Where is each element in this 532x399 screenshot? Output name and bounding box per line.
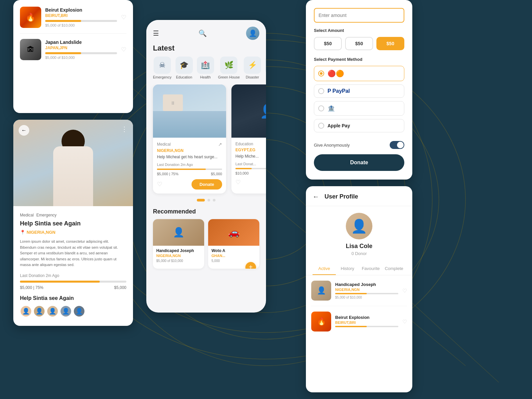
back-button-detail[interactable]: ← (19, 125, 29, 136)
page-dot-3[interactable] (213, 199, 215, 201)
amount-btn-1[interactable]: $50 (314, 37, 342, 50)
toggle-knob (397, 142, 404, 148)
donate-main-button[interactable]: Donate (314, 154, 404, 171)
detail-progress-fill (20, 281, 100, 283)
profile-campaign-beirut: 🔥 Beirut Explosion BEIRUT,BRI ♡ (311, 312, 407, 337)
profile-progress-bar-beirut (335, 326, 398, 327)
education-icon: 🎓 (176, 57, 193, 74)
emergency-icon: ☠ (154, 57, 171, 74)
category-disaster[interactable]: ⚡ Disaster (244, 57, 261, 79)
card-last-donation-education: Last Donat... (235, 162, 266, 166)
card-heart-icon-education[interactable]: ♡ (235, 179, 241, 186)
card-pagination (146, 199, 266, 201)
detail-last-donation: Last Donation 2m Ago (20, 273, 126, 278)
donor-avatar-3: 👤 (47, 305, 59, 317)
campaign-thumb-japan: 🏚 (20, 39, 41, 60)
card-amounts-medical: $5,000 | 75% $5,000 (157, 172, 222, 176)
campaign-progress-bar-beirut (45, 20, 117, 22)
tag-medical: Medical (20, 213, 34, 217)
amount-input[interactable] (314, 8, 404, 23)
card-heart-icon-medical[interactable]: ♡ (157, 181, 162, 188)
campaign-progress-fill-beirut (45, 20, 81, 22)
payment-method-paypal[interactable]: P PayPal (314, 84, 404, 98)
campaign-detail-image: ← ⋮ (13, 120, 133, 206)
profile-tab-favourite[interactable]: Favourite (359, 263, 382, 275)
detail-image-bg (13, 120, 133, 206)
amount-btn-3[interactable]: $50 (376, 37, 404, 50)
page-dot-active[interactable] (197, 199, 205, 201)
amount-btn-2[interactable]: $50 (345, 37, 373, 50)
disaster-icon: ⚡ (244, 57, 261, 74)
profile-title-beirut: Beirut Explosion (335, 315, 398, 320)
payment-panel: Select Amount $50 $50 $50 Select Payment… (306, 0, 412, 180)
share-icon[interactable]: ↗ (218, 142, 222, 147)
user-avatar[interactable]: 👤 (246, 27, 259, 40)
anonymous-toggle[interactable] (390, 141, 404, 149)
payment-method-mastercard[interactable]: 🔴🟠 (314, 66, 404, 81)
section-latest-title: Latest (146, 44, 266, 57)
radio-applepay (318, 123, 324, 129)
card-progress-fill-medical (157, 169, 206, 170)
card-type-row-edu: Education (235, 142, 266, 146)
radio-mastercard (318, 70, 324, 76)
rec-title-woto: Woto A (211, 248, 256, 253)
radio-bank (318, 105, 324, 111)
profile-info-beirut: Beirut Explosion BEIRUT,BRI (335, 315, 398, 329)
campaign-info-japan: Japan Landslide JAPAN,JPN $5,000 of $10,… (45, 40, 117, 60)
card-actions-medical: ♡ Donate (157, 179, 222, 190)
campaign-amount-japan: $5,000 of $10,000 (45, 56, 117, 60)
card-amounts-education: $10,000 25% (235, 171, 266, 175)
card-donate-button-medical[interactable]: Donate (192, 179, 222, 190)
favorite-icon-japan[interactable]: ♡ (121, 46, 126, 53)
profile-amount-joseph: $5,000 of $10,000 (335, 296, 398, 299)
landslide-icon: 🏚 (20, 39, 41, 60)
search-icon[interactable]: 🔍 (199, 29, 207, 37)
card-type-row: Medical ↗ (157, 142, 222, 147)
donor-avatar-5: 👤 (73, 305, 85, 317)
categories-scroll: ☠ Emergency 🎓 Education 🏥 Health 🌿 Green… (146, 57, 266, 84)
category-emergency[interactable]: ☠ Emergency (153, 57, 172, 79)
mastercard-icon: 🔴🟠 (328, 70, 344, 77)
profile-progress-fill-beirut (335, 326, 367, 327)
card-image-education: 👤 (231, 84, 266, 138)
profile-heart-joseph[interactable]: ♡ (402, 288, 407, 294)
profile-loc-joseph: NIGERIA,NGN (335, 288, 398, 292)
category-greenhouse[interactable]: 🌿 Green House (218, 57, 240, 79)
category-label-education: Education (176, 75, 192, 79)
bank-content: 🏦 (328, 105, 400, 112)
profile-donor-count: 0 Donor (351, 251, 367, 256)
campaign-detail-panel: ← ⋮ Medical Emergency Help Sintia see Ag… (13, 120, 133, 326)
card-goal-medical: $5,000 (211, 172, 222, 176)
anonymous-label: Give Anonymously (314, 143, 350, 148)
more-options-icon[interactable]: ⋮ (121, 125, 128, 133)
category-health[interactable]: 🏥 Health (197, 57, 214, 79)
favorite-icon-beirut[interactable]: ♡ (121, 14, 126, 21)
payment-method-applepay[interactable]: Apple Pay (314, 119, 404, 132)
payment-method-bank[interactable]: 🏦 (314, 101, 404, 116)
profile-tab-active[interactable]: Active (313, 263, 336, 275)
mastercard-content: 🔴🟠 (328, 69, 400, 77)
category-label-greenhouse: Green House (218, 75, 240, 79)
card-progress-bar-medical (157, 169, 222, 170)
category-nonp[interactable]: 🤝 Non-P (265, 57, 266, 79)
nonp-icon: 🤝 (265, 57, 266, 74)
profile-tab-history[interactable]: History (336, 263, 359, 275)
donor-avatar-2: 👤 (33, 305, 45, 317)
paypal-content: P PayPal (328, 88, 400, 94)
hamburger-icon[interactable]: ☰ (153, 29, 159, 37)
detail-location-text: NIGERIA,NGN (27, 230, 56, 235)
profile-progress-fill-joseph (335, 293, 367, 294)
profile-tab-complete[interactable]: Complete (382, 263, 406, 275)
recommended-section: Recommended 👤 Handicaped Joseph NIGERIA,… (146, 208, 266, 269)
tag-emergency: Emergency (36, 213, 57, 217)
profile-back-button[interactable]: ← (313, 193, 319, 200)
profile-avatar-section: 👤 Lisa Cole 0 Donor (306, 206, 412, 263)
raised-pct: 75% (171, 172, 179, 176)
page-dot-2[interactable] (207, 199, 210, 201)
rec-amount-joseph: $5,000 of $10,000 (156, 259, 201, 263)
card-location-medical: NIGERIA,NGN (157, 148, 222, 153)
card-raised-medical: $5,000 | 75% (157, 172, 179, 176)
category-education[interactable]: 🎓 Education (176, 57, 193, 79)
donor-avatar-1: 👤 (20, 305, 32, 317)
profile-heart-beirut[interactable]: ♡ (402, 319, 407, 325)
